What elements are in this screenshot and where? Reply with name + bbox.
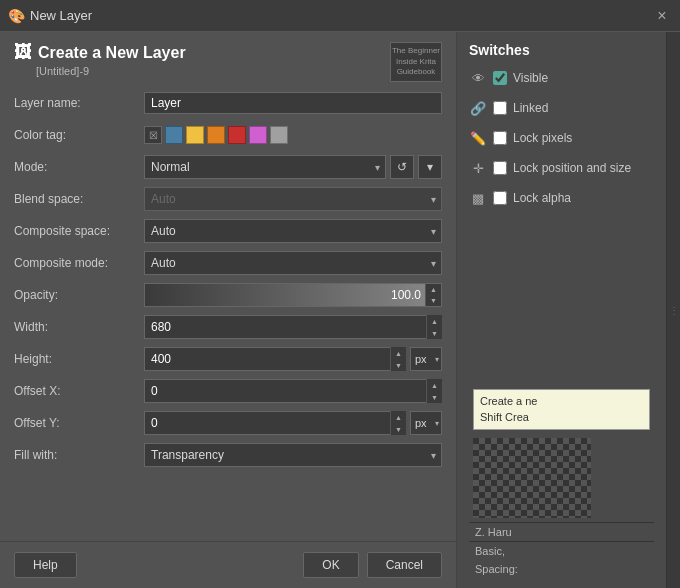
height-up[interactable]: ▲ [391, 347, 406, 359]
lock-alpha-icon: ▩ [469, 189, 487, 207]
offset-x-row: Offset X: ▲ ▼ [14, 378, 442, 404]
blend-space-select[interactable]: Auto [144, 187, 442, 211]
title-block: 🖼 Create a New Layer [Untitled]-9 [14, 42, 186, 77]
opacity-down-arrow[interactable]: ▼ [426, 295, 441, 306]
offset-y-down[interactable]: ▼ [391, 423, 406, 435]
offset-x-input[interactable] [144, 379, 442, 403]
color-swatch-blue[interactable] [165, 126, 183, 144]
switches-panel: Switches 👁 Visible 🔗 Linked ✏️ Lock pixe… [456, 32, 666, 588]
switch-lock-pixels: ✏️ Lock pixels [469, 126, 654, 150]
opacity-label: Opacity: [14, 288, 144, 302]
mode-label: Mode: [14, 160, 144, 174]
color-swatch-yellow[interactable] [186, 126, 204, 144]
offset-x-up[interactable]: ▲ [427, 379, 442, 391]
composite-space-label: Composite space: [14, 224, 144, 238]
linked-icon: 🔗 [469, 99, 487, 117]
dialog-body: 🖼 Create a New Layer [Untitled]-9 The Be… [0, 32, 680, 588]
offset-x-control: ▲ ▼ [144, 379, 442, 403]
linked-checkbox[interactable] [493, 101, 507, 115]
offset-y-up[interactable]: ▲ [391, 411, 406, 423]
offset-y-row: Offset Y: ▲ ▼ px [14, 410, 442, 436]
height-input[interactable] [144, 347, 406, 371]
lock-alpha-checkbox[interactable] [493, 191, 507, 205]
switch-visible: 👁 Visible [469, 66, 654, 90]
lock-pixels-label: Lock pixels [513, 131, 572, 145]
height-arrows: ▲ ▼ [390, 347, 406, 371]
composite-mode-label: Composite mode: [14, 256, 144, 270]
main-title-text: Create a New Layer [38, 44, 186, 62]
offset-y-unit-select[interactable]: px [410, 411, 442, 435]
lock-position-checkbox[interactable] [493, 161, 507, 175]
composite-space-select[interactable]: Auto [144, 219, 442, 243]
width-input-wrap: ▲ ▼ [144, 315, 442, 339]
mode-select[interactable]: Normal Multiply Screen Overlay [144, 155, 386, 179]
composite-space-control: Auto ▾ [144, 219, 442, 243]
mode-controls: Normal Multiply Screen Overlay ▾ ↺ ▾ [144, 155, 442, 179]
composite-mode-control: Auto ▾ [144, 251, 442, 275]
switches-title: Switches [469, 42, 654, 58]
layer-name-row: Layer name: [14, 90, 442, 116]
offset-x-label: Offset X: [14, 384, 144, 398]
blend-space-label: Blend space: [14, 192, 144, 206]
lock-pixels-icon: ✏️ [469, 129, 487, 147]
title-bar-text: New Layer [30, 8, 646, 23]
color-swatch-gray[interactable] [270, 126, 288, 144]
blend-space-control: Auto ▾ [144, 187, 442, 211]
color-swatch-red[interactable] [228, 126, 246, 144]
lock-alpha-label: Lock alpha [513, 191, 571, 205]
width-input[interactable] [144, 315, 442, 339]
color-tags-control: ☒ [144, 126, 442, 144]
tooltip-line2: Shift Crea [480, 410, 643, 425]
mode-reset-button[interactable]: ↺ [390, 155, 414, 179]
visible-checkbox[interactable] [493, 71, 507, 85]
color-tag-row: Color tag: ☒ [14, 122, 442, 148]
dialog-header: 🖼 Create a New Layer [Untitled]-9 The Be… [14, 42, 442, 82]
width-up[interactable]: ▲ [427, 315, 442, 327]
color-swatch-purple[interactable] [249, 126, 267, 144]
edge-dots: ⋮ [669, 305, 678, 316]
opacity-control: 100.0 ▲ ▼ [144, 283, 442, 307]
edge-panel: ⋮ [666, 32, 680, 588]
app-icon: 🎨 [8, 8, 24, 24]
layer-thumbnail [473, 438, 591, 518]
width-label: Width: [14, 320, 144, 334]
opacity-track[interactable]: 100.0 ▲ ▼ [144, 283, 442, 307]
opacity-row: Opacity: 100.0 ▲ ▼ [14, 282, 442, 308]
dialog-wrapper: 🎨 New Layer × 🖼 Create a New Layer [Unti… [0, 0, 680, 588]
mode-row: Mode: Normal Multiply Screen Overlay ▾ ↺ [14, 154, 442, 180]
height-label: Height: [14, 352, 144, 366]
composite-mode-select[interactable]: Auto [144, 251, 442, 275]
opacity-arrows: ▲ ▼ [425, 284, 441, 306]
fill-with-select[interactable]: Transparency Foreground Color Background… [144, 443, 442, 467]
height-unit-select[interactable]: px [410, 347, 442, 371]
height-down[interactable]: ▼ [391, 359, 406, 371]
help-button[interactable]: Help [14, 552, 77, 578]
offset-x-arrows: ▲ ▼ [426, 379, 442, 403]
tooltip-line1: Create a ne [480, 394, 643, 409]
opacity-up-arrow[interactable]: ▲ [426, 284, 441, 295]
offset-x-down[interactable]: ▼ [427, 391, 442, 403]
mode-extra-button[interactable]: ▾ [418, 155, 442, 179]
color-tag-x[interactable]: ☒ [144, 126, 162, 144]
color-swatch-orange[interactable] [207, 126, 225, 144]
ok-button[interactable]: OK [303, 552, 358, 578]
mode-select-wrapper: Normal Multiply Screen Overlay ▾ [144, 155, 386, 179]
width-down[interactable]: ▼ [427, 327, 442, 339]
close-button[interactable]: × [652, 6, 672, 26]
width-control: ▲ ▼ [144, 315, 442, 339]
layer-name-input[interactable] [144, 92, 442, 114]
lock-pixels-checkbox[interactable] [493, 131, 507, 145]
cancel-button[interactable]: Cancel [367, 552, 442, 578]
offset-y-input[interactable] [144, 411, 406, 435]
offset-y-input-wrap: ▲ ▼ [144, 411, 406, 435]
height-row: Height: ▲ ▼ px [14, 346, 442, 372]
dialog-subtitle: [Untitled]-9 [36, 65, 186, 77]
linked-label: Linked [513, 101, 548, 115]
layer-name-label: Layer name: [14, 96, 144, 110]
preview-text: The Beginner Inside Krita Guidebook [391, 46, 441, 77]
fill-with-label: Fill with: [14, 448, 144, 462]
width-arrows: ▲ ▼ [426, 315, 442, 339]
offset-y-control: ▲ ▼ px ▾ [144, 411, 442, 435]
height-input-wrap: ▲ ▼ [144, 347, 406, 371]
left-panel: 🖼 Create a New Layer [Untitled]-9 The Be… [0, 32, 456, 541]
